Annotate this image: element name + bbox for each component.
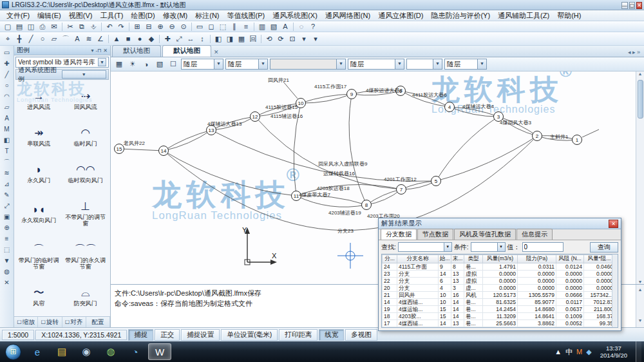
column-header-5[interactable]: 风量(m3/s) (483, 255, 518, 263)
layer-tool-icon-4[interactable]: ☐ (167, 59, 179, 69)
draw-tool-icon-21[interactable]: ✕ (1, 277, 13, 288)
menu-视图(V)[interactable]: 视图(V) (65, 10, 97, 21)
chevron-down-icon[interactable]: ▼ (258, 59, 267, 69)
chevron-down-icon[interactable]: ▼ (444, 243, 451, 251)
tool-main-icon-13[interactable]: ⊞ (131, 22, 143, 32)
tool-main-icon-14[interactable]: ⊟ (143, 22, 155, 32)
table-row[interactable]: 174煤西辅...1413巷...25.56633.88620.005299.3… (383, 320, 615, 327)
tool-second-icon-12[interactable]: ● (134, 34, 146, 44)
tool-main-icon-8[interactable]: ⎀ (88, 22, 99, 32)
legend-item-风帘[interactable]: 〜风帘 (15, 284, 62, 309)
scroll-up-icon[interactable]: ▲ (638, 71, 643, 76)
legend-item-回风风流[interactable]: ⇢回风风流 (62, 88, 109, 112)
tool-main-icon-1[interactable]: ▤ (14, 22, 25, 32)
checkbox-icon[interactable]: ☐ (65, 319, 70, 325)
column-header-8[interactable]: 风量*阻... (584, 255, 615, 263)
status-线宽[interactable]: 线宽 (319, 329, 344, 341)
chevron-down-icon[interactable]: ▼ (336, 59, 345, 69)
app-m-badge-icon[interactable]: M (576, 348, 582, 356)
dialog-close-icon[interactable]: ✕ (609, 220, 618, 228)
layer-combo-5[interactable]: 随层▼ (444, 59, 487, 70)
dialog-tab-风机及等值孔数据[interactable]: 风机及等值孔数据 (454, 229, 516, 240)
taskbar-qq[interactable]: ◔ (124, 343, 147, 360)
legend-item-永久双向风门[interactable]: ◗◖永久双向风门 (15, 198, 62, 229)
branch-edge-10-9[interactable] (301, 94, 352, 103)
tool-main-icon-7[interactable]: ⧉ (76, 22, 88, 32)
draw-tool-icon-7[interactable]: M (1, 124, 13, 135)
chevron-down-icon[interactable]: ▼ (477, 59, 486, 69)
chevron-down-icon[interactable]: ▼ (62, 70, 107, 79)
tool-second-icon-13[interactable]: ◆ (146, 34, 157, 44)
menu-通风系统图(X)[interactable]: 通风系统图(X) (269, 10, 321, 21)
draw-tool-icon-17[interactable]: ≡ (1, 233, 13, 244)
legend-item-带风门的永久调节窗[interactable]: ⌒⌒带风门的永久调节窗 (62, 241, 109, 272)
status-正交[interactable]: 正交 (155, 329, 180, 341)
branch-edge-5-2[interactable] (436, 136, 537, 181)
graph-node-8[interactable]: 8 (362, 200, 372, 210)
menu-隐患防治与评价(Y)[interactable]: 隐患防治与评价(Y) (427, 10, 494, 21)
panel-menu-icon[interactable]: ▾ (91, 48, 93, 53)
show-hidden-icons-icon[interactable]: ▲ (554, 348, 562, 356)
table-row[interactable]: 22分支613虚拟0.00000.00000.00000.0000 (383, 278, 615, 285)
tool-main-icon-25[interactable]: ▥ (256, 22, 268, 32)
tool-main-icon-23[interactable]: ≡ (240, 22, 252, 32)
table-row[interactable]: 194煤运输...1514巷...14.245414.86800.0637211… (383, 306, 615, 313)
draw-tool-icon-16[interactable]: ⊕ (1, 222, 13, 233)
menu-标注(N)[interactable]: 标注(N) (191, 10, 223, 21)
scrollbar-thumb[interactable] (638, 80, 643, 119)
maximize-button[interactable]: ▢ (629, 2, 636, 9)
checkbox-icon[interactable]: ☐ (17, 319, 22, 325)
taskbar-word[interactable]: W (148, 343, 171, 360)
status-打印距离[interactable]: 打印距离 (279, 329, 317, 341)
table-row[interactable]: 23分支1413虚拟0.00000.00000.00000.0000 (383, 271, 615, 278)
taskbar-browser[interactable]: ◍ (99, 343, 122, 360)
draw-tool-icon-12[interactable]: ⊿ (1, 178, 13, 189)
branch-edge-8-7[interactable] (366, 189, 401, 205)
chevron-down-icon[interactable]: ▼ (98, 58, 106, 66)
table-row[interactable]: 20分支43虚...0.00000.00000.00000.0000 (383, 285, 615, 292)
legend-footer-配置[interactable]: 配置 (86, 317, 110, 327)
draw-tool-icon-4[interactable]: ◠ (1, 91, 13, 102)
branch-edge-14-13[interactable] (164, 130, 211, 151)
branch-edge-8-7[interactable] (366, 189, 401, 205)
tool-main-icon-19[interactable]: ▭ (194, 22, 205, 32)
status-单位设置(毫米)[interactable]: 单位设置(毫米) (221, 329, 278, 341)
status-多视图[interactable]: 多视图 (345, 329, 377, 341)
tool-second-icon-16[interactable]: ⤢ (173, 34, 185, 44)
find-field-combo[interactable]: ▼ (398, 242, 452, 252)
tool-second-icon-22[interactable]: ▦ (236, 34, 247, 44)
tool-main-icon-2[interactable]: ◫ (25, 22, 37, 32)
table-row[interactable]: 21回风井1016风机120.51731305.55790.0666157342… (383, 292, 615, 299)
layer-combo-2[interactable]: ▼ (270, 59, 346, 70)
query-button[interactable]: 查询 (590, 242, 618, 252)
condition-combo[interactable]: ▼ (471, 242, 506, 252)
tool-second-icon-27[interactable]: ⊡ (287, 34, 298, 44)
dialog-tab-信息提示[interactable]: 信息提示 (516, 229, 553, 240)
status-捕捉设置[interactable]: 捕捉设置 (181, 329, 220, 341)
search-value-input[interactable] (522, 242, 564, 252)
panel-pin-icon[interactable]: -⊓ (95, 48, 101, 53)
map-tab-0[interactable]: 默认地图 (112, 45, 161, 57)
tool-second-icon-29[interactable]: ▾ (310, 34, 321, 44)
menu-绘图(D)[interactable]: 绘图(D) (127, 10, 158, 21)
column-header-0[interactable]: 分... (383, 255, 397, 263)
ime-chinese-icon[interactable]: 中 (565, 347, 573, 357)
close-button[interactable]: ✕ (636, 2, 642, 9)
taskbar-media-player[interactable]: ◉ (75, 343, 98, 360)
tool-second-icon-5[interactable]: ⌒ (60, 34, 71, 44)
tool-second-icon-7[interactable]: ≋ (83, 34, 95, 44)
tool-main-icon-16[interactable]: ⊖ (166, 22, 178, 32)
network-status-icon[interactable]: ◆ (586, 348, 591, 356)
graph-node-5[interactable]: 5 (431, 176, 441, 186)
column-header-6[interactable]: 阻力(Pa) (518, 255, 556, 263)
tool-second-icon-3[interactable]: ○ (37, 34, 48, 44)
tool-main-icon-20[interactable]: ◻ (205, 22, 217, 32)
map-tab-1[interactable]: 默认地图 (162, 45, 211, 57)
checkbox-icon[interactable]: ☐ (41, 319, 46, 325)
branch-edge-14-13[interactable] (164, 130, 211, 151)
dialog-title-bar[interactable]: 解算结果显示 ✕ (379, 218, 621, 229)
tool-second-icon-11[interactable]: ■ (122, 34, 134, 44)
draw-tool-icon-13[interactable]: ✎ (1, 189, 13, 200)
chevron-down-icon[interactable]: ▼ (497, 243, 505, 251)
tool-second-icon-17[interactable]: ↔ (185, 34, 196, 44)
